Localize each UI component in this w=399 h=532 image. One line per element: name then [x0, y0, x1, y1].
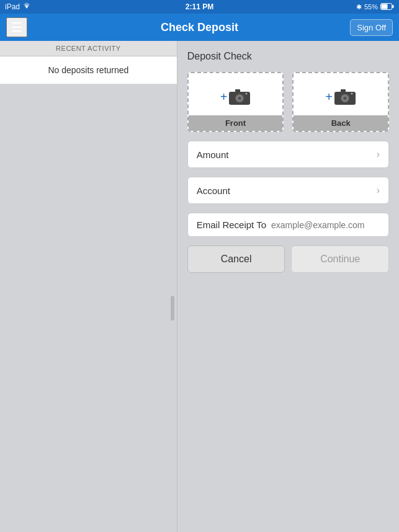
back-camera-icon-area: +	[319, 73, 362, 115]
front-label: Front	[189, 115, 283, 131]
no-deposits-message: No deposits returned	[0, 56, 177, 84]
front-camera-icon	[228, 88, 251, 105]
wifi-icon	[22, 2, 31, 11]
deposit-check-title: Deposit Check	[187, 51, 389, 62]
cancel-button[interactable]: Cancel	[187, 246, 285, 273]
svg-rect-13	[341, 89, 346, 92]
back-camera-button[interactable]: + Back	[292, 72, 389, 132]
left-panel: RECENT ACTIVITY No deposits returned	[0, 41, 177, 532]
right-panel: Deposit Check + Front	[177, 41, 399, 532]
continue-button[interactable]: Continue	[291, 246, 389, 273]
amount-chevron-icon: ›	[377, 149, 380, 160]
svg-point-8	[246, 93, 248, 95]
account-label: Account	[197, 185, 230, 196]
email-receipt-input[interactable]	[271, 220, 380, 230]
scroll-indicator	[171, 296, 174, 321]
nav-bar: ☰ Check Deposit Sign Off	[0, 14, 399, 41]
sign-off-button[interactable]: Sign Off	[350, 19, 393, 36]
battery-icon	[380, 3, 394, 11]
back-plus-icon: +	[325, 90, 333, 104]
svg-point-6	[238, 97, 241, 100]
email-receipt-label: Email Receipt To	[197, 219, 266, 230]
recent-activity-header: RECENT ACTIVITY	[0, 41, 177, 56]
account-chevron-icon: ›	[377, 185, 380, 196]
left-scroll-area	[0, 84, 177, 532]
page-title: Check Deposit	[161, 21, 238, 34]
front-plus-icon: +	[220, 90, 228, 104]
svg-rect-7	[235, 89, 240, 92]
status-time: 2:11 PM	[186, 2, 213, 11]
status-right: ✱ 55%	[356, 3, 394, 11]
menu-button[interactable]: ☰	[6, 17, 27, 37]
action-row: Cancel Continue	[187, 246, 389, 273]
svg-rect-1	[382, 4, 388, 9]
bluetooth-icon: ✱	[356, 3, 362, 11]
svg-point-12	[343, 97, 347, 100]
battery-label: 55%	[364, 3, 378, 11]
front-camera-icon-area: +	[214, 73, 258, 115]
back-label: Back	[294, 115, 388, 131]
svg-rect-2	[392, 5, 394, 8]
email-receipt-field: Email Receipt To	[187, 213, 389, 237]
amount-field[interactable]: Amount ›	[187, 141, 389, 168]
status-bar: iPad 2:11 PM ✱ 55%	[0, 0, 399, 14]
main-layout: RECENT ACTIVITY No deposits returned Dep…	[0, 41, 399, 532]
svg-point-14	[351, 93, 353, 95]
status-left: iPad	[5, 2, 31, 11]
account-field[interactable]: Account ›	[187, 177, 389, 204]
device-label: iPad	[5, 2, 20, 11]
hamburger-icon: ☰	[11, 20, 22, 34]
back-camera-icon	[334, 88, 356, 105]
front-camera-button[interactable]: + Front	[187, 72, 284, 132]
camera-row: + Front +	[187, 72, 389, 132]
amount-label: Amount	[197, 149, 229, 160]
